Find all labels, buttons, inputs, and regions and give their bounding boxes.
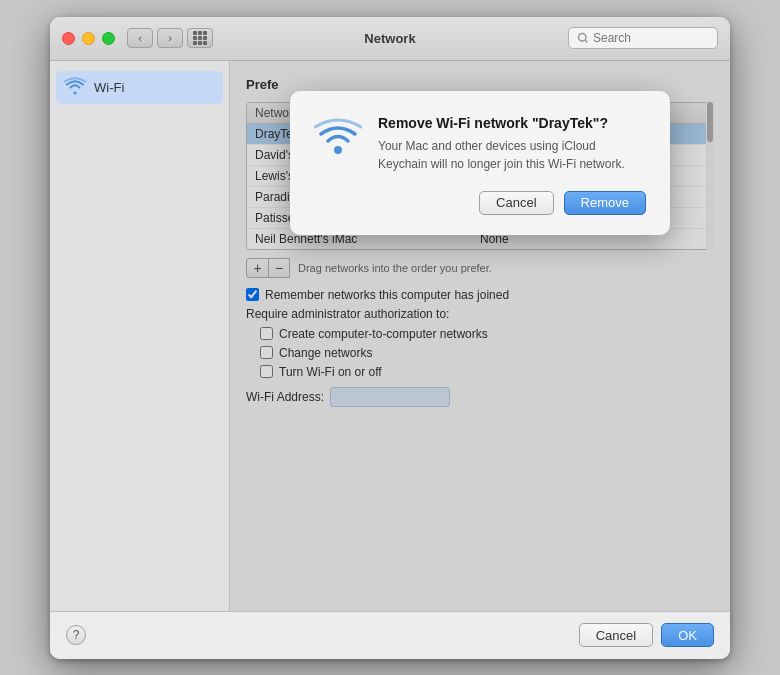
wifi-icon xyxy=(64,77,86,98)
sheet-body: Your Mac and other devices using iCloud … xyxy=(378,137,646,173)
maximize-button[interactable] xyxy=(102,32,115,45)
nav-buttons: ‹ › xyxy=(127,28,183,48)
main-window: ‹ › Network xyxy=(50,17,730,659)
sheet-remove-button[interactable]: Remove xyxy=(564,191,646,215)
sidebar-item-wifi[interactable]: Wi-Fi xyxy=(56,71,223,104)
dialog-sheet: Remove Wi-Fi network "DrayTek"? Your Mac… xyxy=(290,91,670,235)
grid-icon xyxy=(193,31,207,45)
help-button[interactable]: ? xyxy=(66,625,86,645)
sheet-wifi-icon xyxy=(314,115,362,163)
cancel-button[interactable]: Cancel xyxy=(579,623,653,647)
titlebar: ‹ › Network xyxy=(50,17,730,61)
search-input[interactable] xyxy=(593,31,709,45)
main-panel: Prefe Network Name Security DrayTek WPA/… xyxy=(230,61,730,611)
svg-point-0 xyxy=(579,34,587,42)
search-box[interactable] xyxy=(568,27,718,49)
close-button[interactable] xyxy=(62,32,75,45)
sheet-actions: Cancel Remove xyxy=(314,191,646,215)
ok-button[interactable]: OK xyxy=(661,623,714,647)
sheet-text: Remove Wi-Fi network "DrayTek"? Your Mac… xyxy=(378,115,646,173)
svg-point-2 xyxy=(334,146,342,154)
minimize-button[interactable] xyxy=(82,32,95,45)
sidebar: Wi-Fi xyxy=(50,61,230,611)
sheet-title: Remove Wi-Fi network "DrayTek"? xyxy=(378,115,646,131)
sheet-top: Remove Wi-Fi network "DrayTek"? Your Mac… xyxy=(314,115,646,173)
search-icon xyxy=(577,32,589,44)
sidebar-wifi-label: Wi-Fi xyxy=(94,80,124,95)
grid-button[interactable] xyxy=(187,28,213,48)
content-area: Wi-Fi Prefe Network Name Security DrayTe… xyxy=(50,61,730,611)
traffic-lights xyxy=(62,32,115,45)
sheet-overlay: Remove Wi-Fi network "DrayTek"? Your Mac… xyxy=(230,61,730,611)
svg-line-1 xyxy=(585,40,587,42)
window-title: Network xyxy=(364,31,415,46)
bottom-actions: Cancel OK xyxy=(579,623,714,647)
bottom-bar: ? Cancel OK xyxy=(50,611,730,659)
forward-button[interactable]: › xyxy=(157,28,183,48)
sheet-cancel-button[interactable]: Cancel xyxy=(479,191,553,215)
back-button[interactable]: ‹ xyxy=(127,28,153,48)
